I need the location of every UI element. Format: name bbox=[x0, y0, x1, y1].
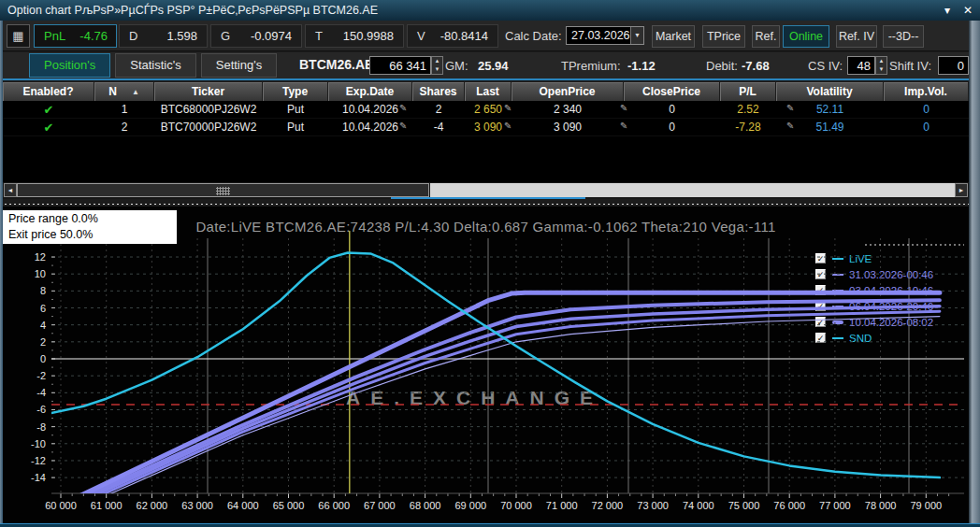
price-spinner[interactable]: ▲▼ bbox=[431, 56, 443, 75]
pnl-value: -4.76 bbox=[79, 29, 116, 43]
svg-text:74 000: 74 000 bbox=[683, 500, 714, 511]
spin-down-icon[interactable]: ▼ bbox=[876, 65, 886, 74]
pnl-indicator: PnL -4.76 bbox=[34, 24, 117, 48]
symbol-label: BTCM26.AE bbox=[299, 57, 373, 72]
edit-last-icon[interactable]: ✎ bbox=[504, 103, 512, 113]
svg-text:60 000: 60 000 bbox=[45, 500, 77, 511]
svg-text:10: 10 bbox=[35, 268, 46, 279]
edit-pl-icon[interactable]: ✎ bbox=[786, 103, 794, 113]
svg-text:75 000: 75 000 bbox=[728, 500, 760, 511]
spin-down-icon[interactable]: ▼ bbox=[432, 65, 442, 74]
col-openprice[interactable]: OpenPrice bbox=[512, 82, 624, 101]
svg-text:78 000: 78 000 bbox=[865, 500, 897, 511]
svg-text:-4: -4 bbox=[36, 387, 46, 398]
app-grid-icon[interactable]: ▦ bbox=[7, 24, 30, 48]
positions-table: Enabled? N▲ Ticker Type Exp.Date Shares … bbox=[3, 82, 969, 182]
theta-metric: T150.9988 bbox=[305, 24, 404, 48]
scrollbar-thumb[interactable] bbox=[17, 183, 429, 197]
tab-statistics[interactable]: Statistic's bbox=[115, 53, 196, 78]
table-row[interactable]: ✔ 2 BTC70000PJ26W2 Put 10.04.2026 -4 3 0… bbox=[3, 119, 969, 136]
svg-text:-6: -6 bbox=[36, 404, 46, 415]
ref-button[interactable]: Ref. bbox=[752, 25, 780, 48]
visible-range-indicator bbox=[391, 197, 585, 199]
shiftiv-input[interactable]: 0 bbox=[938, 56, 969, 75]
horizontal-scrollbar: ◄ ► bbox=[3, 182, 969, 199]
calc-date-input[interactable]: 27.03.2026 ▼ bbox=[566, 26, 644, 45]
edit-expdate-icon[interactable]: ✎ bbox=[399, 121, 407, 131]
tab-positions[interactable]: Position's bbox=[29, 53, 110, 78]
exit-price-text: Exit price 50.0% bbox=[3, 227, 177, 243]
price-range-infobox: Price range 0.0% Exit price 50.0% bbox=[3, 210, 177, 244]
edit-last-icon[interactable]: ✎ bbox=[504, 121, 512, 131]
minimize-icon[interactable]: ▾ bbox=[944, 0, 950, 21]
enabled-check-icon[interactable]: ✔ bbox=[3, 101, 94, 118]
tpremium-value: -1.12 bbox=[627, 59, 656, 73]
svg-text:-12: -12 bbox=[31, 455, 46, 466]
scroll-right-icon[interactable]: ► bbox=[955, 183, 968, 197]
3d-button[interactable]: --3D-- bbox=[883, 25, 924, 48]
col-closeprice[interactable]: ClosePrice bbox=[624, 82, 720, 101]
csiv-spinner[interactable]: ▲▼ bbox=[875, 56, 887, 75]
svg-text:65 000: 65 000 bbox=[273, 500, 305, 511]
edit-openprice-icon[interactable]: ✎ bbox=[620, 103, 627, 113]
online-button[interactable]: Online bbox=[783, 25, 829, 48]
edit-pl-icon[interactable]: ✎ bbox=[786, 121, 794, 131]
svg-text:8: 8 bbox=[40, 285, 46, 296]
toolbar: ▦ PnL -4.76 D1.598 G-0.0974 T150.9988 V-… bbox=[3, 21, 969, 51]
title-bar[interactable]: Option chart PљPsP»PµCЃPs PSP° P±PëC‚PєP… bbox=[0, 0, 980, 21]
tpremium-label: TPremium: bbox=[561, 59, 621, 73]
col-impvol[interactable]: Imp.Vol. bbox=[884, 82, 969, 101]
col-n[interactable]: N▲ bbox=[94, 82, 154, 101]
csiv-input[interactable]: 48 bbox=[847, 56, 875, 75]
dotted-divider bbox=[0, 204, 980, 206]
scrollbar-track[interactable] bbox=[430, 183, 955, 197]
enabled-check-icon[interactable]: ✔ bbox=[3, 119, 94, 135]
gm-value: 25.94 bbox=[478, 59, 509, 73]
col-last[interactable]: Last bbox=[465, 82, 512, 101]
col-pl[interactable]: P/L bbox=[720, 82, 776, 101]
col-ticker[interactable]: Ticker bbox=[154, 82, 263, 101]
svg-text:-14: -14 bbox=[31, 472, 46, 483]
pl-chart[interactable]: 121086420-2-4-6-8-10-12-1460 00061 00062… bbox=[3, 207, 969, 523]
tab-settings[interactable]: Setting's bbox=[201, 53, 277, 78]
market-button[interactable]: Market bbox=[652, 25, 695, 48]
scroll-left-icon[interactable]: ◄ bbox=[4, 183, 17, 197]
table-row[interactable]: ✔ 1 BTC68000PJ26W2 Put 10.04.2026 2 2 65… bbox=[3, 101, 969, 119]
pl-chart-panel: Price range 0.0% Exit price 50.0% Date:L… bbox=[3, 207, 969, 523]
window-title: Option chart PљPsP»PµCЃPs PSP° P±PëC‚PєP… bbox=[7, 4, 378, 17]
spin-up-icon[interactable]: ▲ bbox=[876, 57, 886, 65]
svg-text:2: 2 bbox=[40, 336, 46, 348]
option-chart-window: Option chart PљPsP»PµCЃPs PSP° P±PëC‚PєP… bbox=[0, 0, 980, 527]
ref-iv-button[interactable]: Ref. IV bbox=[836, 25, 877, 48]
tprice-button[interactable]: TPrice bbox=[702, 25, 745, 48]
svg-text:0: 0 bbox=[40, 353, 46, 364]
col-expdate[interactable]: Exp.Date bbox=[328, 82, 412, 101]
close-icon[interactable]: ✕ bbox=[963, 0, 973, 21]
svg-text:77 000: 77 000 bbox=[819, 500, 851, 511]
csiv-label: CS IV: bbox=[808, 59, 843, 73]
svg-text:70 000: 70 000 bbox=[500, 500, 532, 511]
gamma-metric: G-0.0974 bbox=[210, 24, 302, 48]
scrollbar-grip-icon[interactable] bbox=[216, 187, 230, 195]
spin-up-icon[interactable]: ▲ bbox=[432, 57, 442, 65]
svg-text:69 000: 69 000 bbox=[454, 500, 486, 511]
greeks-bar: D1.598 G-0.0974 T150.9988 V-80.8414 bbox=[119, 24, 498, 48]
delta-metric: D1.598 bbox=[119, 24, 208, 48]
window-frame[interactable] bbox=[969, 21, 980, 527]
edit-expdate-icon[interactable]: ✎ bbox=[399, 103, 407, 113]
calc-date-dropdown-icon[interactable]: ▼ bbox=[630, 27, 643, 44]
svg-text:61 000: 61 000 bbox=[91, 500, 122, 511]
price-input[interactable]: 66 341 bbox=[369, 56, 431, 75]
col-volatility[interactable]: Volatility bbox=[776, 82, 884, 101]
table-header: Enabled? N▲ Ticker Type Exp.Date Shares … bbox=[3, 82, 969, 101]
vega-metric: V-80.8414 bbox=[407, 24, 498, 48]
svg-text:79 000: 79 000 bbox=[910, 500, 942, 511]
pnl-label: PnL bbox=[35, 29, 65, 43]
col-shares[interactable]: Shares bbox=[412, 82, 465, 101]
edit-openprice-icon[interactable]: ✎ bbox=[620, 121, 627, 131]
col-enabled[interactable]: Enabled? bbox=[3, 82, 94, 101]
calc-date-label: Calc Date: bbox=[505, 29, 562, 43]
svg-text:-2: -2 bbox=[36, 370, 46, 381]
svg-text:63 000: 63 000 bbox=[181, 500, 213, 511]
col-type[interactable]: Type bbox=[263, 82, 328, 101]
